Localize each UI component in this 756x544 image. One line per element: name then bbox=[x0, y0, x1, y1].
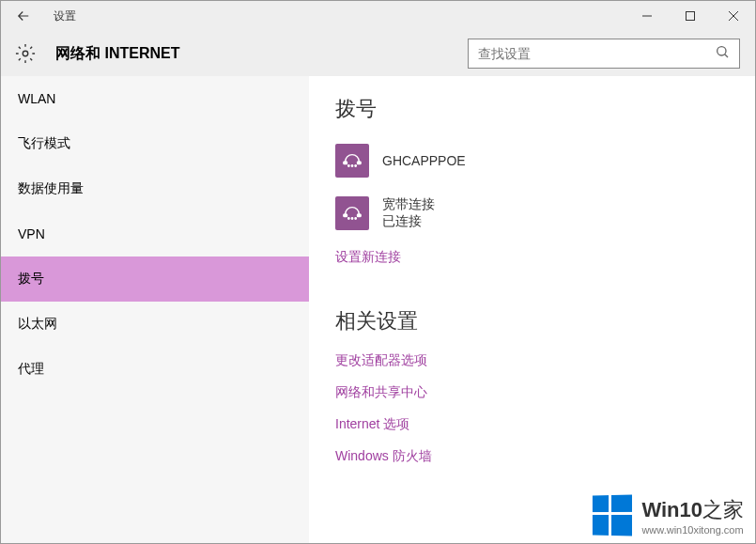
svg-point-1 bbox=[23, 51, 28, 56]
sidebar-item-label: WLAN bbox=[18, 91, 55, 106]
related-link-firewall[interactable]: Windows 防火墙 bbox=[335, 448, 729, 465]
related-link-sharing-center[interactable]: 网络和共享中心 bbox=[335, 384, 729, 401]
svg-rect-9 bbox=[358, 214, 362, 217]
window-controls bbox=[625, 1, 755, 31]
svg-point-12 bbox=[355, 218, 356, 219]
sidebar-item-label: 数据使用量 bbox=[18, 180, 84, 197]
main-content: 拨号 GHCAPPPOE 宽带连接 已连接 设置新连接 相关设置 更改适配器选项 bbox=[309, 76, 755, 543]
connection-item[interactable]: GHCAPPPOE bbox=[335, 144, 729, 178]
settings-gear-icon bbox=[14, 42, 37, 65]
svg-point-5 bbox=[348, 165, 349, 166]
sidebar-item-label: 以太网 bbox=[18, 316, 57, 333]
minimize-button[interactable] bbox=[625, 1, 669, 31]
related-title: 相关设置 bbox=[335, 307, 729, 335]
maximize-button[interactable] bbox=[669, 1, 712, 31]
sidebar-item-airplane-mode[interactable]: 飞行模式 bbox=[1, 121, 309, 166]
connection-status: 已连接 bbox=[382, 213, 435, 230]
svg-point-2 bbox=[717, 47, 726, 55]
close-button[interactable] bbox=[712, 1, 755, 31]
sidebar-item-ethernet[interactable]: 以太网 bbox=[1, 302, 309, 347]
related-link-adapter-options[interactable]: 更改适配器选项 bbox=[335, 352, 729, 369]
back-button[interactable] bbox=[1, 1, 46, 31]
svg-point-6 bbox=[351, 165, 352, 166]
sidebar: WLAN 飞行模式 数据使用量 VPN 拨号 以太网 代理 bbox=[1, 76, 309, 543]
svg-rect-0 bbox=[687, 12, 695, 21]
svg-rect-3 bbox=[344, 162, 347, 164]
connection-name: GHCAPPPOE bbox=[382, 153, 466, 168]
sidebar-item-data-usage[interactable]: 数据使用量 bbox=[1, 166, 309, 211]
new-connection-link[interactable]: 设置新连接 bbox=[335, 249, 729, 266]
connection-name: 宽带连接 bbox=[382, 196, 435, 213]
page-title: 网络和 INTERNET bbox=[55, 44, 179, 64]
title-bar: 设置 bbox=[1, 1, 755, 31]
header: 网络和 INTERNET bbox=[1, 31, 755, 76]
svg-point-10 bbox=[348, 218, 349, 219]
search-input[interactable] bbox=[478, 46, 715, 61]
sidebar-item-wlan[interactable]: WLAN bbox=[1, 76, 309, 121]
sidebar-item-dialup[interactable]: 拨号 bbox=[1, 256, 309, 302]
sidebar-item-proxy[interactable]: 代理 bbox=[1, 347, 309, 392]
sidebar-item-label: 拨号 bbox=[18, 271, 44, 288]
close-icon bbox=[729, 11, 738, 21]
section-title: 拨号 bbox=[335, 95, 729, 123]
connection-item[interactable]: 宽带连接 已连接 bbox=[335, 196, 729, 230]
maximize-icon bbox=[686, 11, 695, 21]
svg-rect-4 bbox=[358, 162, 362, 164]
arrow-left-icon bbox=[15, 8, 32, 24]
dialup-icon bbox=[335, 196, 369, 230]
window-title: 设置 bbox=[46, 8, 76, 24]
dialup-icon bbox=[335, 144, 369, 178]
related-link-internet-options[interactable]: Internet 选项 bbox=[335, 416, 729, 433]
svg-point-11 bbox=[351, 218, 352, 219]
sidebar-item-label: 飞行模式 bbox=[18, 135, 70, 152]
sidebar-item-label: VPN bbox=[18, 226, 45, 241]
minimize-icon bbox=[642, 11, 652, 21]
search-box[interactable] bbox=[468, 39, 740, 69]
sidebar-item-label: 代理 bbox=[18, 361, 44, 378]
svg-point-7 bbox=[355, 165, 356, 166]
search-icon bbox=[715, 44, 730, 63]
svg-rect-8 bbox=[344, 214, 347, 217]
sidebar-item-vpn[interactable]: VPN bbox=[1, 211, 309, 256]
